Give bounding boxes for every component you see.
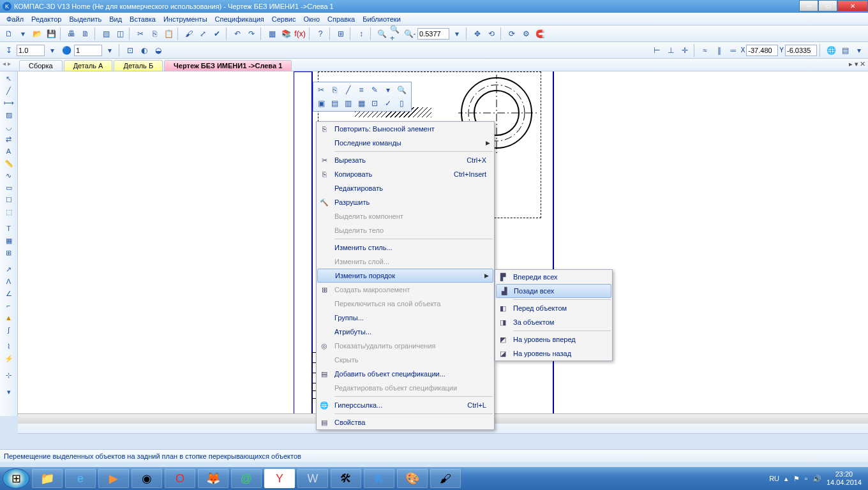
tb-props-button[interactable]: ▤ bbox=[839, 44, 851, 57]
copy-button[interactable]: ⎘ bbox=[148, 27, 161, 40]
tb-globe-button[interactable]: 🌐 bbox=[825, 44, 837, 57]
ft-layer-icon[interactable]: ≡ bbox=[355, 84, 368, 96]
tabs-dropdown[interactable]: ▸ ▾ bbox=[849, 60, 858, 68]
task-paint[interactable]: 🎨 bbox=[397, 469, 428, 488]
grid-button[interactable]: ⊞ bbox=[334, 27, 347, 40]
help-button[interactable]: ? bbox=[314, 27, 327, 40]
save-button[interactable]: 💾 bbox=[45, 27, 57, 40]
eyedrop-button[interactable]: ⤢ bbox=[197, 27, 209, 40]
snap2-button[interactable]: ◐ bbox=[138, 44, 151, 57]
zoom-dropdown[interactable]: ▾ bbox=[451, 27, 463, 40]
preview-button[interactable]: 🗎 bbox=[79, 27, 92, 40]
library-button[interactable]: 📚 bbox=[280, 27, 292, 40]
ortho-button[interactable]: ✛ bbox=[678, 44, 691, 57]
tool-measure[interactable]: 📏 bbox=[3, 158, 15, 169]
ft-zoom-icon[interactable]: 🔍 bbox=[395, 84, 408, 96]
tool-at[interactable]: ▲ bbox=[3, 312, 15, 323]
state-input[interactable] bbox=[74, 45, 102, 56]
tab-drawing[interactable]: Чертеж БЕЗ ИМЕНИ1 ->Слева 1 bbox=[164, 60, 292, 71]
ctx-destroy[interactable]: 🔨Разрушить bbox=[317, 195, 494, 209]
ft-b2-icon[interactable]: ▤ bbox=[328, 97, 341, 110]
ctx-edit[interactable]: Редактировать bbox=[317, 181, 494, 195]
menu-help[interactable]: Справка bbox=[324, 14, 359, 24]
zoom-out-button[interactable]: 🔍- bbox=[403, 27, 416, 40]
ortho-y-button[interactable]: ⊥ bbox=[664, 44, 677, 57]
close-button[interactable]: ✕ bbox=[837, 0, 868, 11]
ft-drop-icon[interactable]: ▾ bbox=[382, 84, 394, 96]
tool-t[interactable]: T bbox=[3, 223, 15, 234]
step-dropdown[interactable]: ▾ bbox=[46, 44, 59, 57]
step-input[interactable] bbox=[17, 45, 45, 56]
tabs-nav[interactable]: ◂ ▸ bbox=[3, 60, 11, 67]
tool-arc[interactable]: ◡ bbox=[3, 121, 15, 133]
sub-level-fwd[interactable]: ◩На уровень вперед bbox=[495, 332, 612, 346]
zoom-input[interactable] bbox=[417, 28, 449, 40]
ctx-hyperlink[interactable]: 🌐Гиперссылка...Ctrl+L bbox=[317, 398, 494, 412]
tool-bolt[interactable]: ⚡ bbox=[3, 353, 15, 364]
floating-toolbar[interactable]: ✂ ⎘ ╱ ≡ ✎ ▾ 🔍 ▣ ▤ ▥ ▦ ⊡ ✓ ▯ bbox=[313, 82, 412, 112]
task-word[interactable]: W bbox=[297, 469, 328, 488]
tool-curve[interactable]: ∫ bbox=[3, 324, 15, 336]
round-button[interactable]: ≈ bbox=[699, 44, 712, 57]
sub-after-obj[interactable]: ◨За объектом bbox=[495, 315, 612, 329]
ft-edit-icon[interactable]: ✎ bbox=[368, 84, 381, 96]
task-app1[interactable]: 🛠 bbox=[331, 469, 361, 488]
ft-b6-icon[interactable]: ✓ bbox=[382, 97, 394, 110]
menu-service[interactable]: Сервис bbox=[268, 14, 300, 24]
brush-button[interactable]: 🖌 bbox=[183, 27, 195, 40]
task-paint2[interactable]: 🖌 bbox=[430, 469, 461, 488]
ortho-x-button[interactable]: ⊢ bbox=[650, 44, 663, 57]
ft-b3-icon[interactable]: ▥ bbox=[341, 97, 354, 110]
magnet-button[interactable]: 🧲 bbox=[534, 27, 546, 40]
task-explorer[interactable]: 📁 bbox=[32, 469, 63, 488]
tab-part-b[interactable]: Деталь Б bbox=[114, 60, 163, 71]
sub-back-all[interactable]: ▟Позади всех bbox=[496, 284, 611, 298]
tray-clock[interactable]: 23:20 14.04.2014 bbox=[827, 470, 862, 487]
cursor-button[interactable]: ↕ bbox=[355, 27, 368, 40]
menu-file[interactable]: Файл bbox=[3, 14, 27, 24]
ctx-attrs[interactable]: Атрибуты... bbox=[317, 325, 494, 339]
tool-hatch[interactable]: ▨ bbox=[3, 109, 15, 121]
tool-line[interactable]: ╱ bbox=[3, 85, 15, 96]
tab-part-a[interactable]: Деталь А bbox=[64, 60, 113, 71]
lock-x-button[interactable]: ‖ bbox=[713, 44, 726, 57]
tool-dim[interactable]: ⟼ bbox=[3, 97, 15, 108]
menu-window[interactable]: Окно bbox=[299, 14, 324, 24]
ctx-add-spec[interactable]: ▤Добавить объект спецификации... bbox=[317, 367, 494, 381]
ft-b5-icon[interactable]: ⊡ bbox=[368, 97, 381, 110]
tool-spec[interactable]: ⊞ bbox=[3, 247, 15, 258]
ctx-groups[interactable]: Группы... bbox=[317, 311, 494, 325]
properties-button[interactable]: ▤ bbox=[100, 27, 112, 40]
state-dropdown[interactable]: ▾ bbox=[103, 44, 116, 57]
tool-view[interactable]: ⬚ bbox=[3, 206, 15, 218]
tool-param[interactable]: ∿ bbox=[3, 170, 15, 181]
menu-libraries[interactable]: Библиотеки bbox=[359, 14, 405, 24]
zoom-fit-button[interactable]: 🔍 bbox=[375, 27, 388, 40]
tray-lang[interactable]: RU bbox=[769, 475, 779, 482]
check-button[interactable]: ✔ bbox=[211, 27, 223, 40]
new-dropdown[interactable]: ▾ bbox=[17, 27, 29, 40]
sub-before-obj[interactable]: ◧Перед объектом bbox=[495, 301, 612, 315]
menu-spec[interactable]: Спецификация bbox=[211, 14, 268, 24]
ft-b7-icon[interactable]: ▯ bbox=[395, 97, 408, 110]
tray-arrow-icon[interactable]: ▴ bbox=[784, 475, 788, 483]
ctx-cut[interactable]: ✂ВырезатьCtrl+X bbox=[317, 153, 494, 167]
task-opera[interactable]: O bbox=[165, 469, 195, 488]
ft-b4-icon[interactable]: ▦ bbox=[355, 97, 368, 110]
paste-button[interactable]: 📋 bbox=[162, 27, 175, 40]
task-yandex[interactable]: Y bbox=[264, 469, 295, 488]
tool-dropdown[interactable]: ▾ bbox=[3, 386, 15, 397]
new-button[interactable]: 🗋 bbox=[3, 27, 15, 40]
tool-table[interactable]: ▦ bbox=[3, 235, 15, 246]
task-ie[interactable]: e bbox=[65, 469, 96, 488]
tool-surf[interactable]: ⌇ bbox=[3, 341, 15, 352]
tool-move[interactable]: ⇄ bbox=[3, 133, 15, 145]
snap1-button[interactable]: ⊡ bbox=[124, 44, 137, 57]
tab-assembly[interactable]: Сборка bbox=[19, 60, 63, 71]
tb-custom-button[interactable]: ▾ bbox=[853, 44, 865, 57]
ft-style-icon[interactable]: ╱ bbox=[341, 84, 354, 96]
tool-diag[interactable]: Λ bbox=[3, 276, 15, 287]
minimize-button[interactable]: ─ bbox=[799, 0, 818, 11]
ctx-recent[interactable]: Последние команды▶ bbox=[317, 136, 494, 150]
step-button[interactable]: ↧ bbox=[3, 44, 15, 57]
